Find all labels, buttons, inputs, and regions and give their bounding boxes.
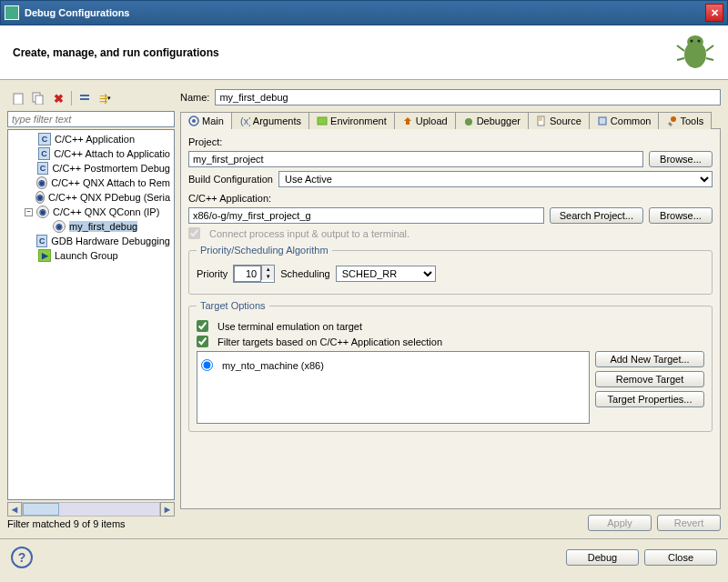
tree-item[interactable]: −◉C/C++ QNX QConn (IP) (10, 205, 172, 219)
c-config-icon: C (38, 147, 51, 160)
application-label: C/C++ Application: (188, 193, 713, 204)
tab-label: Arguments (253, 115, 301, 126)
add-target-button[interactable]: Add New Target... (595, 351, 704, 367)
config-tree[interactable]: CC/C++ ApplicationCC/C++ Attach to Appli… (7, 129, 175, 500)
tree-item-label: C/C++ Postmortem Debug (52, 163, 170, 174)
tree-expander-icon[interactable]: − (25, 208, 33, 216)
svg-point-7 (691, 40, 693, 43)
use-terminal-checkbox[interactable] (197, 320, 208, 332)
dialog-header: Create, manage, and run configurations (0, 25, 728, 80)
help-icon[interactable]: ? (11, 547, 33, 568)
tree-item-label: GDB Hardware Debugging (51, 236, 170, 246)
tab-label: Source (550, 115, 581, 126)
tab-label: Common (611, 115, 652, 126)
target-list[interactable]: my_nto_machine (x86) (197, 351, 590, 424)
scroll-right-icon[interactable]: ► (160, 502, 175, 517)
tab-source[interactable]: Source (528, 112, 590, 129)
priority-legend: Priority/Scheduling Algorithm (197, 245, 332, 256)
tab-debugger[interactable]: Debugger (455, 112, 529, 129)
c-config-icon: C (37, 162, 49, 175)
svg-rect-22 (599, 117, 606, 125)
bug-icon (673, 29, 717, 73)
svg-point-23 (671, 116, 676, 122)
tree-item[interactable]: ◉C/C++ QNX Attach to Rem (10, 176, 172, 190)
tree-item[interactable]: ◉my_first_debug (10, 219, 172, 234)
tree-item-label: C/C++ QNX PDebug (Seria (48, 192, 170, 203)
apply-button[interactable]: Apply (588, 515, 652, 531)
h-scrollbar[interactable]: ◄ ► (7, 502, 175, 517)
build-config-label: Build Configuration (188, 174, 273, 185)
collapse-all-button[interactable] (76, 89, 94, 107)
environment-tab-icon (317, 115, 328, 126)
tab-common[interactable]: Common (589, 112, 660, 129)
c-config-icon: C (38, 133, 51, 146)
debug-button[interactable]: Debug (566, 549, 639, 566)
window-close-button[interactable]: ✕ (705, 4, 723, 22)
tab-label: Debugger (477, 115, 521, 126)
spin-down-icon[interactable]: ▼ (261, 273, 274, 280)
target-options-legend: Target Options (197, 300, 269, 311)
connect-terminal-label: Connect process input & output to a term… (209, 228, 410, 239)
connect-terminal-checkbox (188, 227, 200, 239)
spin-up-icon[interactable]: ▲ (261, 266, 274, 273)
revert-button[interactable]: Revert (657, 515, 721, 531)
svg-line-6 (706, 58, 713, 60)
tree-item[interactable]: CC/C++ Postmortem Debug (10, 161, 172, 176)
tree-item[interactable]: ◉C/C++ QNX PDebug (Seria (10, 190, 172, 205)
duplicate-config-button[interactable] (29, 89, 47, 107)
svg-point-2 (687, 35, 703, 48)
filter-input[interactable] (7, 111, 175, 127)
tab-upload[interactable]: Upload (394, 112, 456, 129)
svg-rect-13 (80, 98, 89, 100)
tab-label: Upload (416, 115, 448, 126)
tree-item[interactable]: CGDB Hardware Debugging (10, 234, 172, 248)
application-input[interactable] (188, 207, 544, 224)
tab-label: Main (202, 115, 224, 126)
config-name-input[interactable] (215, 89, 721, 105)
svg-line-4 (706, 45, 713, 51)
name-label: Name: (180, 92, 209, 103)
delete-config-button[interactable]: ✖ (49, 89, 67, 107)
app-browse-button[interactable]: Browse... (649, 207, 713, 224)
dialog-subtitle: Create, manage, and run configurations (13, 46, 219, 59)
filter-dropdown-button[interactable]: ⇶▾ (96, 89, 114, 107)
tab-environment[interactable]: Environment (308, 112, 395, 129)
project-browse-button[interactable]: Browse... (649, 151, 713, 167)
tab-tools[interactable]: Tools (658, 112, 712, 129)
scroll-left-icon[interactable]: ◄ (7, 502, 22, 517)
remove-target-button[interactable]: Remove Target (595, 371, 704, 387)
priority-spinner[interactable]: ▲▼ (233, 265, 275, 283)
tree-item[interactable]: CC/C++ Application (10, 132, 172, 146)
priority-value-input[interactable] (234, 266, 261, 282)
close-button[interactable]: Close (644, 549, 717, 566)
source-tab-icon (536, 115, 547, 126)
svg-rect-17 (318, 117, 327, 125)
svg-point-18 (465, 118, 472, 125)
tree-item-label: C/C++ Attach to Applicatio (54, 148, 170, 159)
gear-config-icon: ◉ (35, 191, 45, 204)
project-input[interactable] (188, 151, 643, 167)
tab-label: Tools (680, 115, 703, 126)
use-terminal-label: Use terminal emulation on target (217, 321, 362, 332)
tools-tab-icon (666, 115, 677, 126)
build-config-select[interactable]: Use Active (278, 171, 713, 187)
target-radio[interactable] (201, 359, 213, 371)
filter-targets-checkbox[interactable] (197, 336, 208, 347)
tree-item-label: C/C++ QNX QConn (IP) (53, 206, 159, 217)
tab-main[interactable]: Main (180, 112, 232, 129)
tree-item-label: C/C++ Application (55, 134, 135, 145)
new-config-button[interactable] (9, 89, 27, 107)
svg-line-5 (677, 58, 684, 60)
tree-item[interactable]: ▶Launch Group (10, 248, 172, 263)
c-config-icon: C (36, 235, 47, 247)
search-project-button[interactable]: Search Project... (550, 207, 643, 224)
launch-group-icon: ▶ (38, 249, 51, 262)
svg-rect-0 (5, 6, 18, 19)
gear-config-icon: ◉ (36, 206, 49, 218)
tree-item[interactable]: CC/C++ Attach to Applicatio (10, 146, 172, 161)
project-label: Project: (188, 136, 713, 147)
target-properties-button[interactable]: Target Properties... (595, 391, 704, 407)
svg-point-15 (192, 119, 196, 123)
tab-arguments[interactable]: (x)Arguments (231, 112, 309, 129)
scheduling-select[interactable]: SCHED_RR (336, 266, 436, 282)
